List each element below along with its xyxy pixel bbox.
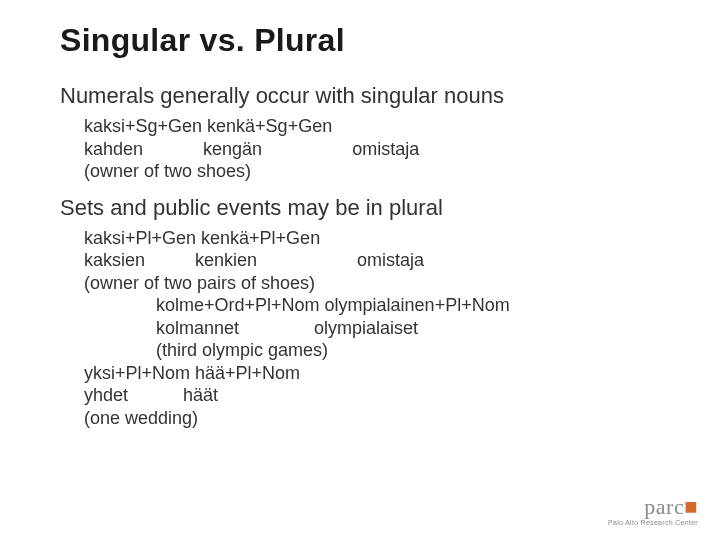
section-2: Sets and public events may be in plural …	[84, 195, 680, 430]
sec2-line-5: kolmannet olympialaiset	[156, 317, 680, 340]
parc-logo-subtitle: Palo Alto Research Center	[608, 519, 698, 526]
sec2-line-6: (third olympic games)	[156, 339, 680, 362]
sec2-line-3: (owner of two pairs of shoes)	[84, 272, 680, 295]
sec2-sub-block: kolme+Ord+Pl+Nom olympialainen+Pl+Nom ko…	[156, 294, 680, 362]
sec2-line-1: kaksi+Pl+Gen kenkä+Pl+Gen	[84, 227, 680, 250]
section-2-head: Sets and public events may be in plural	[60, 195, 680, 221]
parc-logo-dot-icon: ■	[684, 494, 698, 519]
sec2-line-9: (one wedding)	[84, 407, 680, 430]
parc-logo-text: parc■	[608, 496, 698, 518]
parc-logo: parc■ Palo Alto Research Center	[608, 496, 698, 526]
page-title: Singular vs. Plural	[60, 22, 680, 59]
sec2-line-2: kaksien kenkien omistaja	[84, 249, 680, 272]
sec1-line-3: (owner of two shoes)	[84, 160, 680, 183]
sec2-line-7: yksi+Pl+Nom hää+Pl+Nom	[84, 362, 680, 385]
slide: Singular vs. Plural Numerals generally o…	[0, 0, 720, 429]
sec2-line-4: kolme+Ord+Pl+Nom olympialainen+Pl+Nom	[156, 294, 680, 317]
sec1-line-2: kahden kengän omistaja	[84, 138, 680, 161]
sec2-line-8: yhdet häät	[84, 384, 680, 407]
section-1: Numerals generally occur with singular n…	[84, 83, 680, 183]
section-1-head: Numerals generally occur with singular n…	[60, 83, 680, 109]
sec1-line-1: kaksi+Sg+Gen kenkä+Sg+Gen	[84, 115, 680, 138]
